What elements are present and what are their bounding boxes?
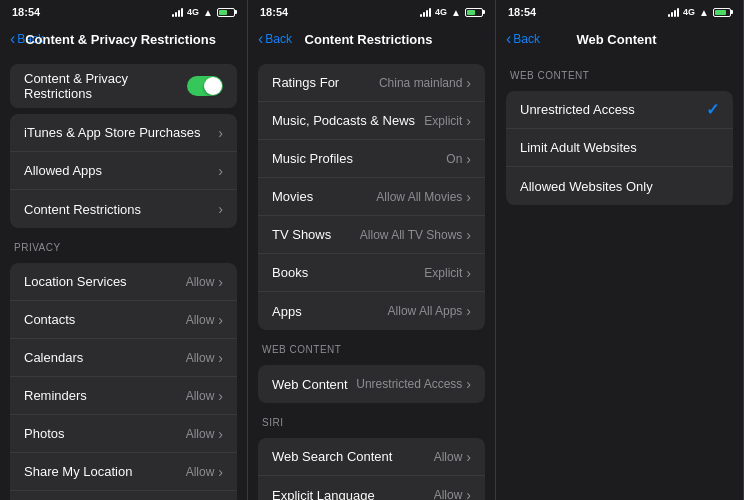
allowed-apps-row[interactable]: Allowed Apps ›: [10, 152, 237, 190]
network-type-panel1: 4G: [187, 7, 199, 17]
content-restrictions-label: Content Restrictions: [24, 202, 218, 217]
tv-shows-row[interactable]: TV Shows Allow All TV Shows ›: [258, 216, 485, 254]
siri-section-header: SIRI: [248, 409, 495, 432]
web-content-options-header: WEB CONTENT: [496, 62, 743, 85]
contacts-chevron: ›: [218, 312, 223, 328]
books-label: Books: [272, 265, 424, 280]
apps-chevron: ›: [466, 303, 471, 319]
explicit-language-chevron: ›: [466, 487, 471, 500]
contacts-row[interactable]: Contacts Allow ›: [10, 301, 237, 339]
reminders-label: Reminders: [24, 388, 186, 403]
content-privacy-toggle[interactable]: [187, 76, 223, 96]
music-profiles-row[interactable]: Music Profiles On ›: [258, 140, 485, 178]
itunes-chevron: ›: [218, 125, 223, 141]
apps-value: Allow All Apps: [388, 304, 463, 318]
location-services-row[interactable]: Location Services Allow ›: [10, 263, 237, 301]
itunes-label: iTunes & App Store Purchases: [24, 125, 218, 140]
books-chevron: ›: [466, 265, 471, 281]
location-services-value: Allow: [186, 275, 215, 289]
tv-shows-chevron: ›: [466, 227, 471, 243]
movies-value: Allow All Movies: [376, 190, 462, 204]
music-podcasts-row[interactable]: Music, Podcasts & News Explicit ›: [258, 102, 485, 140]
calendars-label: Calendars: [24, 350, 186, 365]
content-privacy-toggle-row[interactable]: Content & Privacy Restrictions: [10, 64, 237, 108]
battery-panel2: [465, 8, 483, 17]
wifi-icon-panel1: ▲: [203, 7, 213, 18]
siri-group: Web Search Content Allow › Explicit Lang…: [258, 438, 485, 500]
photos-label: Photos: [24, 426, 186, 441]
panel-content-privacy-restrictions: 18:54 4G ▲ ‹ Back Content & Privacy Rest…: [0, 0, 248, 500]
web-content-options-group: Unrestricted Access ✓ Limit Adult Websit…: [506, 91, 733, 205]
books-row[interactable]: Books Explicit ›: [258, 254, 485, 292]
contacts-value: Allow: [186, 313, 215, 327]
music-podcasts-label: Music, Podcasts & News: [272, 113, 424, 128]
movies-label: Movies: [272, 189, 376, 204]
ratings-group: Ratings For China mainland › Music, Podc…: [258, 64, 485, 330]
battery-fill-panel1: [219, 10, 227, 15]
toggle-knob: [204, 77, 222, 95]
privacy-group: Location Services Allow › Contacts Allow…: [10, 263, 237, 500]
music-profiles-label: Music Profiles: [272, 151, 446, 166]
battery-panel3: [713, 8, 731, 17]
web-search-content-value: Allow: [434, 450, 463, 464]
calendars-value: Allow: [186, 351, 215, 365]
panel-content-restrictions: 18:54 4G ▲ ‹ Back Content Restrictions R…: [248, 0, 496, 500]
nav-title-panel2: Content Restrictions: [252, 32, 485, 47]
web-search-content-label: Web Search Content: [272, 449, 434, 464]
explicit-language-value: Allow: [434, 488, 463, 500]
allowed-websites-only-row[interactable]: Allowed Websites Only: [506, 167, 733, 205]
web-content-chevron: ›: [466, 376, 471, 392]
tv-shows-value: Allow All TV Shows: [360, 228, 463, 242]
status-icons-panel3: 4G ▲: [668, 7, 731, 18]
itunes-app-store-row[interactable]: iTunes & App Store Purchases ›: [10, 114, 237, 152]
allowed-apps-chevron: ›: [218, 163, 223, 179]
web-search-content-chevron: ›: [466, 449, 471, 465]
web-content-group: Web Content Unrestricted Access ›: [258, 365, 485, 403]
signal-bars-panel3: [668, 8, 679, 17]
tv-shows-label: TV Shows: [272, 227, 360, 242]
nav-bar-panel1: ‹ Back Content & Privacy Restrictions: [0, 22, 247, 58]
privacy-section-header: PRIVACY: [0, 234, 247, 257]
explicit-language-label: Explicit Language: [272, 488, 434, 501]
contacts-label: Contacts: [24, 312, 186, 327]
ratings-for-value: China mainland: [379, 76, 462, 90]
share-my-location-label: Share My Location: [24, 464, 186, 479]
movies-row[interactable]: Movies Allow All Movies ›: [258, 178, 485, 216]
photos-value: Allow: [186, 427, 215, 441]
panel2-content: Ratings For China mainland › Music, Podc…: [248, 58, 495, 500]
apps-row[interactable]: Apps Allow All Apps ›: [258, 292, 485, 330]
photos-row[interactable]: Photos Allow ›: [10, 415, 237, 453]
share-my-location-row[interactable]: Share My Location Allow ›: [10, 453, 237, 491]
reminders-value: Allow: [186, 389, 215, 403]
content-restrictions-row[interactable]: Content Restrictions ›: [10, 190, 237, 228]
ratings-for-row[interactable]: Ratings For China mainland ›: [258, 64, 485, 102]
battery-fill-panel2: [467, 10, 475, 15]
music-profiles-value: On: [446, 152, 462, 166]
reminders-row[interactable]: Reminders Allow ›: [10, 377, 237, 415]
network-type-panel2: 4G: [435, 7, 447, 17]
calendars-chevron: ›: [218, 350, 223, 366]
nav-bar-panel2: ‹ Back Content Restrictions: [248, 22, 495, 58]
status-bar-panel3: 18:54 4G ▲: [496, 0, 743, 22]
status-icons-panel1: 4G ▲: [172, 7, 235, 18]
limit-adult-websites-row[interactable]: Limit Adult Websites: [506, 129, 733, 167]
web-search-content-row[interactable]: Web Search Content Allow ›: [258, 438, 485, 476]
status-bar-panel2: 18:54 4G ▲: [248, 0, 495, 22]
apps-label: Apps: [272, 304, 388, 319]
unrestricted-access-row[interactable]: Unrestricted Access ✓: [506, 91, 733, 129]
allowed-websites-only-label: Allowed Websites Only: [520, 179, 719, 194]
panel1-content: Content & Privacy Restrictions iTunes & …: [0, 58, 247, 500]
calendars-row[interactable]: Calendars Allow ›: [10, 339, 237, 377]
explicit-language-row[interactable]: Explicit Language Allow ›: [258, 476, 485, 500]
nav-title-panel3: Web Content: [500, 32, 733, 47]
signal-bars-panel2: [420, 8, 431, 17]
allowed-apps-label: Allowed Apps: [24, 163, 218, 178]
share-my-location-chevron: ›: [218, 464, 223, 480]
bluetooth-sharing-row[interactable]: Bluetooth Sharing Allow ›: [10, 491, 237, 500]
web-content-row[interactable]: Web Content Unrestricted Access ›: [258, 365, 485, 403]
movies-chevron: ›: [466, 189, 471, 205]
music-podcasts-value: Explicit: [424, 114, 462, 128]
panel3-content: WEB CONTENT Unrestricted Access ✓ Limit …: [496, 58, 743, 500]
unrestricted-access-label: Unrestricted Access: [520, 102, 706, 117]
web-content-label: Web Content: [272, 377, 356, 392]
